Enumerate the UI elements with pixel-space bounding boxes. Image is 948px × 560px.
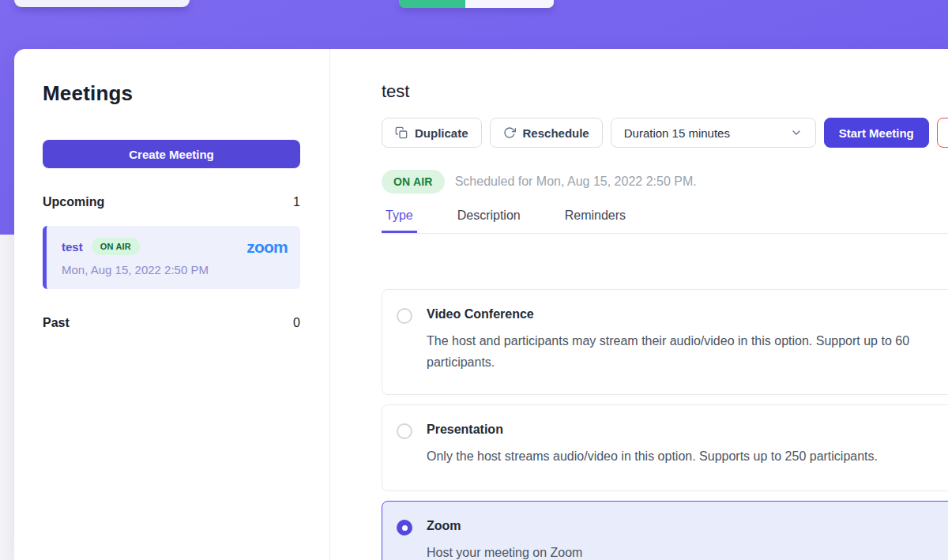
option-presentation[interactable]: Presentation Only the host streams audio… bbox=[382, 404, 948, 491]
meeting-title: test bbox=[382, 81, 948, 102]
upcoming-label: Upcoming bbox=[43, 195, 104, 209]
option-title: Video Conference bbox=[427, 307, 909, 321]
option-zoom-content: Zoom Host your meeting on Zoom bbox=[427, 518, 582, 560]
progress-bar-track bbox=[465, 0, 554, 8]
meeting-toolbar: Duplicate Reschedule Duration 15 minutes bbox=[382, 118, 948, 148]
duplicate-button[interactable]: Duplicate bbox=[382, 118, 482, 148]
option-title: Zoom bbox=[427, 519, 582, 533]
radio-zoom[interactable] bbox=[397, 520, 412, 536]
tab-reminders[interactable]: Reminders bbox=[561, 209, 630, 233]
past-section-header: Past 0 bbox=[43, 316, 300, 330]
reschedule-label: Reschedule bbox=[523, 126, 589, 140]
option-title: Presentation bbox=[427, 423, 878, 437]
meeting-type-options: Video Conference The host and participan… bbox=[382, 289, 948, 560]
progress-bar-fill bbox=[399, 0, 465, 8]
option-video-conference-content: Video Conference The host and participan… bbox=[427, 306, 909, 394]
app-card: Meetings Create Meeting Upcoming 1 test … bbox=[14, 49, 948, 560]
option-video-conference[interactable]: Video Conference The host and participan… bbox=[382, 289, 948, 395]
option-description-line: participants. bbox=[427, 351, 909, 373]
scrolled-card-remnant bbox=[14, 0, 190, 7]
chevron-down-icon bbox=[790, 126, 803, 139]
sidebar-title: Meetings bbox=[43, 81, 300, 106]
scheduled-text: Scheduled for Mon, Aug 15, 2022 2:50 PM. bbox=[455, 175, 697, 189]
radio-video-conference[interactable] bbox=[397, 308, 412, 324]
meeting-list-item[interactable]: test ON AIR zoom Mon, Aug 15, 2022 2:50 … bbox=[43, 226, 300, 289]
delete-meeting-button[interactable] bbox=[937, 118, 948, 148]
on-air-badge: ON AIR bbox=[92, 238, 140, 255]
meetings-sidebar: Meetings Create Meeting Upcoming 1 test … bbox=[14, 49, 330, 560]
option-description-line: The host and participants may stream the… bbox=[427, 330, 909, 351]
duplicate-label: Duplicate bbox=[415, 126, 468, 140]
tab-type[interactable]: Type bbox=[382, 209, 417, 233]
past-label: Past bbox=[43, 316, 70, 330]
create-meeting-button[interactable]: Create Meeting bbox=[43, 140, 300, 168]
option-zoom[interactable]: Zoom Host your meeting on Zoom bbox=[382, 501, 948, 560]
option-presentation-content: Presentation Only the host streams audio… bbox=[427, 422, 878, 490]
radio-presentation[interactable] bbox=[397, 423, 412, 439]
option-description-line: Host your meeting on Zoom bbox=[427, 542, 582, 560]
duration-select[interactable]: Duration 15 minutes bbox=[611, 118, 816, 148]
meeting-item-datetime: Mon, Aug 15, 2022 2:50 PM bbox=[62, 263, 288, 276]
detail-tabs: Type Description Reminders bbox=[382, 209, 948, 234]
meeting-item-title: test bbox=[62, 240, 83, 254]
start-meeting-label: Start Meeting bbox=[839, 126, 914, 140]
refresh-icon bbox=[503, 126, 516, 139]
tab-description[interactable]: Description bbox=[453, 209, 525, 233]
duration-value: Duration 15 minutes bbox=[624, 126, 730, 140]
status-row: ON AIR Scheduled for Mon, Aug 15, 2022 2… bbox=[382, 170, 948, 194]
copy-icon bbox=[395, 126, 408, 139]
meeting-item-header: test ON AIR zoom bbox=[62, 238, 288, 255]
past-count: 0 bbox=[293, 316, 300, 330]
option-description-line: Only the host streams audio/video in thi… bbox=[427, 445, 878, 467]
upcoming-count: 1 bbox=[293, 195, 300, 209]
progress-bar bbox=[399, 0, 554, 8]
start-meeting-button[interactable]: Start Meeting bbox=[824, 118, 929, 148]
zoom-logo: zoom bbox=[246, 239, 288, 255]
upcoming-section-header: Upcoming 1 bbox=[43, 195, 300, 209]
reschedule-button[interactable]: Reschedule bbox=[490, 118, 603, 148]
meeting-detail-pane: test Duplicate Reschedul bbox=[330, 49, 948, 560]
on-air-status-badge: ON AIR bbox=[382, 170, 445, 194]
